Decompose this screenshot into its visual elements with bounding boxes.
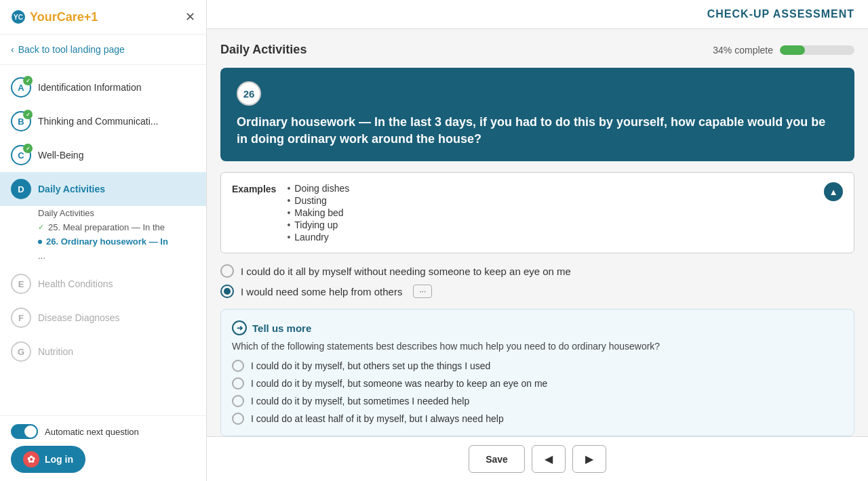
- nav-letter-f: F: [18, 313, 24, 323]
- sub-option-text-0: I could do it by myself, but others set …: [251, 360, 490, 371]
- nav-item-c[interactable]: C ✓ Well-Being: [0, 138, 206, 172]
- check-badge-c: ✓: [23, 144, 33, 153]
- tell-more-icon: ➜: [232, 320, 247, 335]
- auto-next-switch[interactable]: [11, 424, 38, 439]
- sub-nav-more-label: ...: [38, 251, 45, 261]
- nav-letter-e: E: [18, 279, 24, 289]
- examples-label: Examples: [232, 184, 276, 194]
- main-header: CHECK-UP ASSESSMENT: [207, 0, 868, 29]
- nav-item-b[interactable]: B ✓ Thinking and Communicati...: [0, 104, 206, 138]
- example-item-1: Dusting: [287, 194, 349, 207]
- sub-nav-item-26[interactable]: 26. Ordinary housework — In: [38, 234, 206, 249]
- nav-circle-c: C ✓: [11, 145, 31, 165]
- nav-item-e: E Health Conditions: [0, 267, 206, 301]
- nav-item-a[interactable]: A ✓ Identification Information: [0, 70, 206, 104]
- nav-circle-b: B ✓: [11, 111, 31, 131]
- tell-more-box: ➜ Tell us more Which of the following st…: [220, 309, 854, 436]
- example-item-2: Making bed: [287, 207, 349, 219]
- nav-label-g: Nutrition: [38, 346, 73, 357]
- main-content: Daily Activities 34% complete 26 Ordinar…: [207, 29, 868, 436]
- check-icon-25: ✓: [38, 223, 44, 232]
- nav-label-a: Identification Information: [38, 82, 142, 93]
- example-item-3: Tidying up: [287, 219, 349, 231]
- check-badge-b: ✓: [23, 110, 33, 119]
- nav-section: A ✓ Identification Information B ✓ Think…: [0, 65, 206, 374]
- tell-more-title: Tell us more: [252, 322, 311, 334]
- sub-nav-label-26: 26. Ordinary housework — In: [46, 236, 168, 247]
- answer-option-0[interactable]: I could do it all by myself without need…: [220, 264, 854, 278]
- progress-container: 34% complete: [713, 45, 854, 56]
- examples-box: Examples Doing dishes Dusting Making bed…: [220, 172, 854, 253]
- answer-option-1[interactable]: I would need some help from others ···: [220, 285, 854, 298]
- log-in-button[interactable]: ✿ Log in: [11, 446, 85, 473]
- example-item-4: Laundry: [287, 231, 349, 243]
- nav-label-f: Disease Diagnoses: [38, 312, 120, 323]
- back-link[interactable]: ‹ Back to tool landing page: [0, 35, 206, 65]
- sub-option-1[interactable]: I could do it by myself, but someone was…: [232, 377, 843, 390]
- sub-option-text-3: I could do at least half of it by myself…: [251, 413, 504, 424]
- radio-inner-1: [224, 288, 231, 295]
- nav-circle-d: D: [11, 179, 31, 199]
- sub-nav: Daily Activities ✓ 25. Meal preparation …: [0, 206, 206, 267]
- prev-button[interactable]: ◀: [532, 445, 566, 473]
- nav-letter-a: A: [18, 83, 24, 93]
- nav-letter-b: B: [18, 117, 24, 127]
- back-arrow-icon: ‹: [11, 44, 14, 55]
- answer-options: I could do it all by myself without need…: [220, 264, 854, 298]
- more-button[interactable]: ···: [413, 285, 432, 298]
- sub-options: I could do it by myself, but others set …: [232, 360, 843, 425]
- example-item-0: Doing dishes: [287, 182, 349, 194]
- progress-bar-bg: [780, 45, 854, 55]
- nav-label-c: Well-Being: [38, 150, 83, 161]
- progress-text: 34% complete: [713, 45, 773, 56]
- dot-icon-26: [38, 240, 42, 244]
- tell-more-desc: Which of the following statements best d…: [232, 341, 843, 352]
- nav-circle-a: A ✓: [11, 77, 31, 98]
- nav-circle-f: F: [11, 308, 31, 328]
- main-footer: Save ◀ ▶: [207, 436, 868, 481]
- sidebar: YC YourCare+1 ✕ ‹ Back to tool landing p…: [0, 0, 207, 481]
- save-button[interactable]: Save: [469, 445, 525, 473]
- question-card: 26 Ordinary housework — In the last 3 da…: [220, 68, 854, 161]
- log-in-label: Log in: [45, 454, 73, 465]
- answer-text-1: I would need some help from others: [241, 286, 402, 297]
- nav-item-f: F Disease Diagnoses: [0, 301, 206, 335]
- sub-option-2[interactable]: I could do it by myself, but sometimes I…: [232, 395, 843, 407]
- nav-label-e: Health Conditions: [38, 278, 113, 289]
- radio-0: [220, 264, 234, 278]
- sub-option-text-1: I could do it by myself, but someone was…: [251, 378, 547, 389]
- nav-circle-e: E: [11, 274, 31, 294]
- check-badge-a: ✓: [23, 76, 33, 85]
- progress-bar-fill: [780, 45, 805, 55]
- nav-letter-d: D: [18, 184, 24, 194]
- sub-radio-1: [232, 377, 244, 390]
- radio-1: [220, 285, 234, 298]
- nav-letter-g: G: [18, 347, 24, 357]
- examples-toggle-button[interactable]: ▲: [824, 182, 843, 201]
- logo: YC YourCare+1: [11, 9, 98, 24]
- back-link-label: Back to tool landing page: [18, 44, 125, 55]
- sub-option-0[interactable]: I could do it by myself, but others set …: [232, 360, 843, 372]
- flower-icon: ✿: [23, 451, 39, 467]
- assessment-title: CHECK-UP ASSESSMENT: [707, 8, 854, 20]
- nav-item-d[interactable]: D Daily Activities: [0, 172, 206, 206]
- close-button[interactable]: ✕: [185, 9, 195, 24]
- sub-option-3[interactable]: I could do at least half of it by myself…: [232, 413, 843, 425]
- sub-nav-label-25: 25. Meal preparation — In the: [48, 222, 165, 232]
- sidebar-header: YC YourCare+1 ✕: [0, 0, 206, 35]
- auto-next-label: Automatic next question: [45, 427, 139, 437]
- next-button[interactable]: ▶: [572, 445, 606, 473]
- nav-letter-c: C: [18, 150, 24, 161]
- svg-text:YC: YC: [14, 14, 23, 21]
- nav-item-g: G Nutrition: [0, 335, 206, 369]
- sub-nav-parent-label: Daily Activities: [38, 208, 94, 218]
- main-area: CHECK-UP ASSESSMENT Daily Activities 34%…: [207, 0, 868, 481]
- sub-option-text-2: I could do it by myself, but sometimes I…: [251, 396, 469, 406]
- answer-text-0: I could do it all by myself without need…: [241, 266, 571, 277]
- sub-radio-3: [232, 413, 244, 425]
- sub-radio-2: [232, 395, 244, 407]
- examples-list: Doing dishes Dusting Making bed Tidying …: [287, 182, 349, 243]
- sub-nav-item-25[interactable]: ✓ 25. Meal preparation — In the: [38, 220, 206, 234]
- sidebar-footer: Automatic next question ✿ Log in: [0, 415, 206, 481]
- logo-icon: YC: [11, 9, 26, 24]
